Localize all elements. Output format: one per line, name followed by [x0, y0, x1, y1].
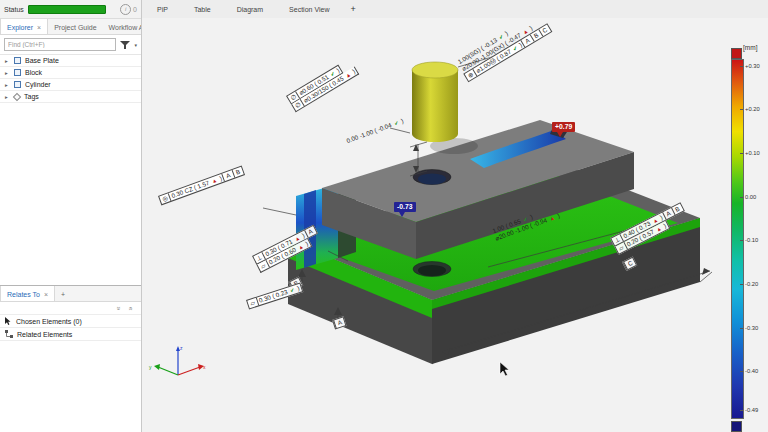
- colorbar-tick-label: +0.20: [745, 106, 760, 112]
- colorbar-tick-mark: [740, 66, 743, 67]
- expand-arrow-icon[interactable]: ▸: [5, 70, 10, 76]
- viewport-3d[interactable]: z x y ∅⌀0.60 ( 0.51 ✔)∅⌀0.30/150 ( 0.45 …: [142, 18, 768, 432]
- filter-dropdown-icon[interactable]: ▾: [134, 42, 137, 48]
- find-row: ▾: [0, 35, 141, 55]
- tab-workflow-ass[interactable]: Workflow Ass: [103, 19, 141, 34]
- deviation-colorbar: [mm] +0.30+0.20+0.100.00-0.10-0.20-0.30-…: [728, 44, 766, 432]
- filter-icon[interactable]: [120, 40, 130, 50]
- main-area: PiPTableDiagramSection View+: [142, 0, 768, 432]
- axis-y-label: y: [149, 364, 152, 370]
- datum-ref: A: [333, 318, 345, 329]
- relates-item-chosen-elements-0[interactable]: Chosen Elements (0): [0, 315, 141, 328]
- tree-item-block[interactable]: ▸Block: [0, 67, 141, 79]
- expand-all-icon[interactable]: »: [116, 306, 123, 310]
- status-bar: Status i 0: [0, 0, 141, 19]
- tree-item-label: Base Plate: [25, 57, 59, 64]
- relates-list: Chosen Elements (0)Related Elements: [0, 315, 141, 341]
- relates-panel: Relates To×+ » » Chosen Elements (0)Rela…: [0, 285, 141, 432]
- left-panel: Status i 0 Explorer×Project GuideWorkflo…: [0, 0, 142, 432]
- colorbar-unit-label: [mm]: [743, 44, 757, 51]
- close-icon[interactable]: ×: [37, 24, 41, 31]
- tab-relates-to[interactable]: Relates To×: [0, 286, 55, 301]
- explorer-tab-strip: Explorer×Project GuideWorkflow Ass: [0, 19, 141, 35]
- datum-ref: B: [671, 204, 684, 216]
- badge-pin: [399, 212, 405, 217]
- cylinder-mesh[interactable]: [412, 70, 458, 142]
- part-icon: [14, 69, 21, 76]
- part-icon: [14, 81, 21, 88]
- tree-item-label: Tags: [24, 93, 39, 100]
- expand-arrow-icon[interactable]: ▸: [5, 94, 10, 100]
- tab-label: Project Guide: [54, 24, 96, 31]
- colorbar-tick-mark: [740, 109, 743, 110]
- deviation-badge[interactable]: -0.73: [394, 202, 416, 212]
- view-tab-pip[interactable]: PiP: [144, 3, 181, 16]
- close-icon[interactable]: ×: [44, 291, 48, 298]
- view-tab-strip: PiPTableDiagramSection View+: [142, 0, 768, 19]
- axis-z-label: z: [180, 345, 183, 351]
- colorbar-tick-mark: [740, 410, 743, 411]
- colorbar-overflow-chip-bottom: [731, 421, 742, 432]
- colorbar-tick-label: +0.30: [745, 63, 760, 69]
- tree-item-label: Block: [25, 69, 42, 76]
- tab-label: Explorer: [7, 24, 33, 31]
- tree-item-base-plate[interactable]: ▸Base Plate: [0, 55, 141, 67]
- block-bore-shadow: [418, 174, 446, 185]
- element-tree: ▸Base Plate▸Block▸Cylinder▸Tags: [0, 55, 141, 103]
- badge-pin: [557, 132, 563, 137]
- colorbar-tick-label: -0.20: [745, 281, 758, 287]
- axis-triad: z x y: [149, 345, 206, 375]
- cylinder-top-face[interactable]: [412, 62, 458, 78]
- relates-item-related-elements[interactable]: Related Elements: [0, 328, 141, 341]
- colorbar-tick-label: -0.49: [745, 407, 758, 413]
- relates-tab-strip: Relates To×+: [0, 286, 141, 302]
- view-tab-section-view[interactable]: Section View: [276, 3, 342, 16]
- colorbar-overflow-chip-top: [731, 48, 742, 59]
- colorbar-tick-mark: [740, 328, 743, 329]
- colorbar-tick-label: +0.10: [745, 150, 760, 156]
- part-icon: [14, 57, 21, 64]
- colorbar-tick-label: -0.30: [745, 325, 758, 331]
- colorbar-tick-label: 0.00: [745, 194, 756, 200]
- tab-explorer[interactable]: Explorer×: [0, 19, 48, 34]
- value-text: ): [295, 284, 302, 293]
- colorbar-tick-mark: [740, 284, 743, 285]
- status-label: Status: [4, 6, 24, 13]
- tree-item-label: Cylinder: [25, 81, 51, 88]
- tree-item-tags[interactable]: ▸Tags: [0, 91, 141, 103]
- mouse-cursor-icon: [500, 362, 509, 376]
- colorbar-tick-label: -0.40: [745, 368, 758, 374]
- axis-x-label: x: [203, 364, 206, 370]
- relates-toolbar: » »: [0, 302, 141, 315]
- view-tab-diagram[interactable]: Diagram: [224, 3, 276, 16]
- view-tab-table[interactable]: Table: [181, 3, 224, 16]
- status-progress-bar: [28, 5, 106, 14]
- deviation-badge[interactable]: +0.79: [552, 122, 575, 132]
- colorbar-tick-label: -0.10: [745, 237, 758, 243]
- tab-project-guide[interactable]: Project Guide: [48, 19, 102, 34]
- expand-arrow-icon[interactable]: ▸: [5, 58, 10, 64]
- expand-arrow-icon[interactable]: ▸: [5, 82, 10, 88]
- cursor-icon: [5, 317, 12, 326]
- colorbar-tick-mark: [740, 197, 743, 198]
- search-input[interactable]: [4, 38, 116, 51]
- elements-icon: [5, 330, 13, 339]
- notification-area[interactable]: i 0: [120, 4, 137, 15]
- relates-item-label: Chosen Elements (0): [16, 318, 82, 325]
- collapse-all-icon[interactable]: »: [128, 306, 135, 310]
- tag-icon: [13, 92, 21, 100]
- relates-item-label: Related Elements: [17, 331, 72, 338]
- colorbar-tick-mark: [740, 153, 743, 154]
- base-bore-shadow: [418, 265, 446, 276]
- datum-ref: A: [304, 226, 317, 238]
- add-relates-tab-button[interactable]: +: [55, 286, 71, 301]
- add-view-tab-button[interactable]: +: [342, 3, 363, 15]
- info-icon: i: [120, 4, 131, 15]
- colorbar-tick-mark: [740, 371, 743, 372]
- tab-label: Relates To: [7, 291, 40, 298]
- tree-item-cylinder[interactable]: ▸Cylinder: [0, 79, 141, 91]
- tab-label: Workflow Ass: [109, 24, 141, 31]
- colorbar-gradient[interactable]: [731, 59, 744, 419]
- colorbar-tick-mark: [740, 240, 743, 241]
- info-count: 0: [133, 6, 137, 13]
